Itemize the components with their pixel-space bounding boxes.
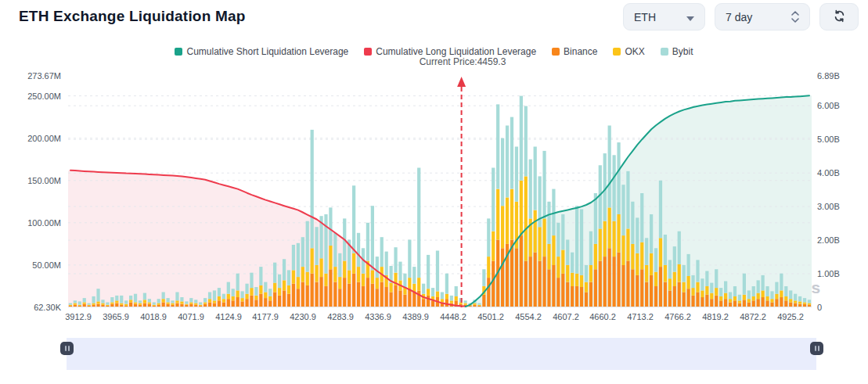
bar-binance[interactable] [659, 267, 662, 307]
bar-okx[interactable] [278, 288, 281, 296]
bar-binance[interactable] [757, 299, 760, 307]
bar-bybit[interactable] [278, 275, 281, 288]
bar-bybit[interactable] [78, 301, 81, 304]
bar-binance[interactable] [752, 300, 755, 307]
bar-binance[interactable] [621, 265, 625, 307]
bar-binance[interactable] [617, 253, 620, 307]
bar-okx[interactable] [747, 299, 751, 302]
bar-binance[interactable] [719, 300, 722, 307]
bar-binance[interactable] [232, 300, 235, 307]
bar-okx[interactable] [603, 221, 607, 257]
bar-binance[interactable] [482, 295, 485, 307]
bar-binance[interactable] [561, 274, 564, 307]
bar-okx[interactable] [552, 235, 555, 265]
bar-okx[interactable] [189, 303, 193, 304]
bar-bybit[interactable] [385, 252, 388, 275]
bar-bybit[interactable] [455, 286, 458, 296]
bar-okx[interactable] [668, 278, 672, 290]
bar-binance[interactable] [371, 284, 374, 307]
bar-bybit[interactable] [403, 274, 406, 287]
bar-bybit[interactable] [636, 217, 639, 253]
bar-binance[interactable] [389, 292, 392, 308]
bar-bybit[interactable] [394, 247, 397, 272]
bar-binance[interactable] [487, 278, 490, 307]
bar-bybit[interactable] [236, 274, 240, 291]
bar-bybit[interactable] [143, 293, 146, 300]
bar-okx[interactable] [292, 270, 295, 283]
bar-okx[interactable] [542, 218, 546, 257]
bar-binance[interactable] [338, 289, 341, 307]
bar-bybit[interactable] [547, 202, 550, 244]
bar-okx[interactable] [520, 181, 523, 235]
bar-bybit[interactable] [696, 260, 699, 282]
bar-okx[interactable] [659, 238, 662, 267]
bar-bybit[interactable] [283, 259, 286, 280]
bar-binance[interactable] [701, 297, 704, 307]
bar-bybit[interactable] [297, 243, 300, 277]
bar-bybit[interactable] [654, 248, 657, 271]
bar-okx[interactable] [594, 244, 597, 269]
bar-binance[interactable] [710, 299, 713, 307]
bar-bybit[interactable] [110, 297, 113, 303]
bar-binance[interactable] [664, 282, 667, 307]
bar-bybit[interactable] [612, 155, 615, 221]
bar-binance[interactable] [571, 286, 574, 307]
bar-okx[interactable] [765, 296, 769, 300]
bar-binance[interactable] [324, 286, 327, 307]
bar-binance[interactable] [775, 299, 778, 307]
bar-bybit[interactable] [264, 282, 267, 292]
bar-okx[interactable] [683, 282, 686, 292]
bar-binance[interactable] [650, 275, 653, 307]
legend-item[interactable]: Binance [552, 46, 597, 57]
bar-bybit[interactable] [520, 96, 523, 181]
bar-bybit[interactable] [780, 274, 783, 291]
bar-bybit[interactable] [371, 206, 374, 270]
bar-binance[interactable] [427, 296, 430, 307]
bar-binance[interactable] [705, 295, 708, 307]
bar-binance[interactable] [733, 300, 737, 307]
bar-bybit[interactable] [250, 273, 253, 289]
bar-okx[interactable] [477, 305, 481, 306]
bar-binance[interactable] [376, 289, 379, 307]
bar-binance[interactable] [547, 269, 550, 307]
bar-okx[interactable] [268, 296, 272, 300]
bar-bybit[interactable] [69, 303, 72, 305]
bar-okx[interactable] [575, 274, 578, 286]
bar-binance[interactable] [529, 257, 532, 307]
bar-bybit[interactable] [139, 300, 142, 303]
bar-bybit[interactable] [775, 282, 778, 294]
bar-okx[interactable] [784, 296, 787, 300]
bar-okx[interactable] [143, 300, 146, 303]
bar-okx[interactable] [673, 272, 676, 286]
bar-okx[interactable] [617, 214, 620, 253]
bar-bybit[interactable] [477, 303, 481, 305]
bar-bybit[interactable] [120, 296, 123, 303]
bar-okx[interactable] [803, 303, 806, 304]
bar-okx[interactable] [427, 289, 430, 296]
bar-bybit[interactable] [683, 265, 686, 282]
bar-binance[interactable] [501, 248, 504, 307]
bar-okx[interactable] [561, 250, 564, 274]
bar-bybit[interactable] [621, 185, 625, 235]
bar-bybit[interactable] [482, 269, 485, 286]
bar-binance[interactable] [362, 286, 365, 307]
bar-okx[interactable] [162, 299, 165, 302]
bar-binance[interactable] [603, 257, 607, 307]
bar-binance[interactable] [589, 282, 592, 307]
liquidation-chart[interactable] [68, 76, 812, 307]
legend-item[interactable]: Cumulative Short Liquidation Leverage [175, 46, 348, 57]
bar-binance[interactable] [218, 300, 221, 307]
bar-bybit[interactable] [329, 207, 332, 246]
legend-item[interactable]: Bybit [661, 46, 693, 57]
bar-okx[interactable] [124, 304, 128, 306]
bar-bybit[interactable] [268, 289, 272, 296]
bar-okx[interactable] [78, 305, 81, 306]
bar-okx[interactable] [106, 305, 109, 306]
bar-okx[interactable] [129, 300, 132, 302]
bar-binance[interactable] [575, 286, 578, 307]
bar-okx[interactable] [571, 273, 574, 286]
bar-bybit[interactable] [88, 303, 91, 305]
bar-binance[interactable] [398, 290, 402, 307]
bar-binance[interactable] [366, 278, 369, 307]
bar-okx[interactable] [650, 253, 653, 275]
